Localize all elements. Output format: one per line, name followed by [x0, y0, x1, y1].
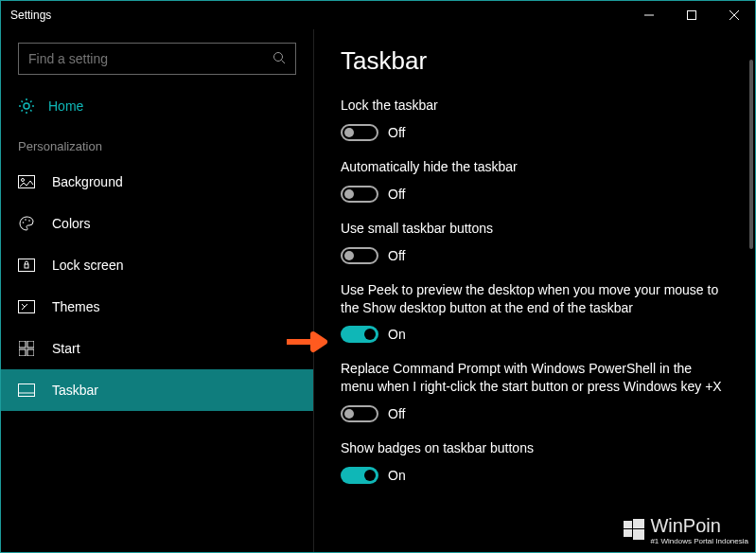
- svg-point-11: [28, 220, 30, 222]
- toggle-lock-taskbar[interactable]: [341, 124, 378, 141]
- setting-badges: Show badges on taskbar buttons On: [341, 439, 729, 484]
- setting-powershell: Replace Command Prompt with Windows Powe…: [341, 360, 729, 422]
- sidebar-item-label: Colors: [52, 216, 90, 231]
- svg-rect-23: [624, 529, 632, 537]
- sidebar-item-lockscreen[interactable]: Lock screen: [1, 244, 313, 286]
- search-input[interactable]: [28, 51, 273, 66]
- home-label: Home: [48, 98, 83, 114]
- annotation-arrow-icon: [287, 330, 334, 357]
- sidebar-item-label: Themes: [52, 299, 100, 314]
- sidebar-item-label: Lock screen: [52, 258, 123, 273]
- sidebar-item-background[interactable]: Background: [1, 161, 313, 203]
- toggle-state: On: [388, 327, 406, 342]
- setting-peek: Use Peek to preview the desktop when you…: [341, 281, 729, 344]
- sidebar-item-label: Background: [52, 174, 123, 189]
- sidebar-item-themes[interactable]: Themes: [1, 286, 313, 328]
- windows-logo-icon: [624, 519, 644, 543]
- watermark: WinPoin #1 Windows Portal Indonesia: [624, 515, 748, 545]
- sidebar-item-label: Start: [52, 341, 80, 356]
- toggle-state: Off: [388, 248, 405, 263]
- setting-label: Lock the taskbar: [341, 97, 729, 115]
- close-button[interactable]: [712, 1, 755, 29]
- toggle-state: On: [388, 468, 406, 483]
- toggle-auto-hide[interactable]: [341, 186, 378, 203]
- svg-point-9: [23, 222, 25, 223]
- sidebar-item-taskbar[interactable]: Taskbar: [1, 369, 313, 411]
- sidebar-item-label: Taskbar: [52, 383, 98, 398]
- settings-window: Settings Home Personalization Background: [0, 0, 756, 553]
- setting-label: Use small taskbar buttons: [341, 220, 729, 238]
- setting-label: Show badges on taskbar buttons: [341, 439, 729, 457]
- svg-rect-17: [19, 349, 26, 356]
- svg-point-4: [274, 52, 283, 61]
- sidebar-item-colors[interactable]: Colors: [1, 203, 313, 244]
- svg-point-8: [22, 179, 25, 182]
- setting-small-buttons: Use small taskbar buttons Off: [341, 220, 729, 264]
- svg-line-5: [282, 60, 286, 63]
- svg-rect-12: [19, 259, 35, 272]
- toggle-small-buttons[interactable]: [341, 247, 378, 264]
- search-icon: [273, 51, 286, 67]
- svg-rect-24: [633, 529, 644, 540]
- setting-label: Automatically hide the taskbar: [341, 158, 729, 176]
- start-icon: [18, 340, 35, 357]
- setting-label: Use Peek to preview the desktop when you…: [341, 281, 729, 317]
- svg-rect-22: [633, 519, 644, 528]
- taskbar-icon: [18, 382, 35, 399]
- svg-rect-14: [19, 301, 35, 313]
- svg-rect-21: [624, 521, 632, 528]
- page-title: Taskbar: [341, 46, 729, 76]
- lock-icon: [18, 257, 35, 274]
- toggle-state: Off: [388, 125, 405, 140]
- setting-lock-taskbar: Lock the taskbar Off: [341, 97, 729, 141]
- sidebar: Home Personalization Background Colors L…: [1, 29, 313, 552]
- watermark-tagline: #1 Windows Portal Indonesia: [650, 537, 748, 545]
- setting-label: Replace Command Prompt with Windows Powe…: [341, 360, 729, 396]
- svg-rect-18: [27, 349, 34, 356]
- home-link[interactable]: Home: [1, 88, 313, 124]
- svg-point-10: [25, 219, 26, 221]
- section-label: Personalization: [1, 124, 313, 161]
- svg-rect-19: [19, 384, 35, 397]
- setting-auto-hide: Automatically hide the taskbar Off: [341, 158, 729, 203]
- toggle-badges[interactable]: [341, 467, 378, 484]
- scrollbar[interactable]: [749, 60, 753, 249]
- sidebar-item-start[interactable]: Start: [1, 328, 313, 369]
- content: Home Personalization Background Colors L…: [1, 29, 755, 552]
- minimize-button[interactable]: [627, 1, 670, 29]
- watermark-brand: WinPoin: [650, 515, 720, 536]
- gear-icon: [18, 98, 35, 115]
- themes-icon: [18, 298, 35, 315]
- svg-rect-15: [19, 341, 26, 348]
- palette-icon: [18, 215, 35, 232]
- svg-rect-1: [687, 11, 695, 20]
- svg-rect-13: [25, 264, 28, 268]
- search-box[interactable]: [18, 43, 296, 75]
- window-title: Settings: [10, 9, 627, 22]
- titlebar: Settings: [1, 1, 755, 29]
- svg-point-6: [24, 103, 29, 109]
- window-controls: [627, 1, 755, 29]
- image-icon: [18, 173, 35, 190]
- maximize-button[interactable]: [670, 1, 712, 29]
- main-panel: Taskbar Lock the taskbar Off Automatical…: [313, 29, 755, 552]
- toggle-powershell[interactable]: [341, 405, 378, 422]
- toggle-peek[interactable]: [341, 326, 378, 343]
- toggle-state: Off: [388, 406, 405, 421]
- svg-rect-16: [27, 341, 34, 348]
- toggle-state: Off: [388, 187, 405, 202]
